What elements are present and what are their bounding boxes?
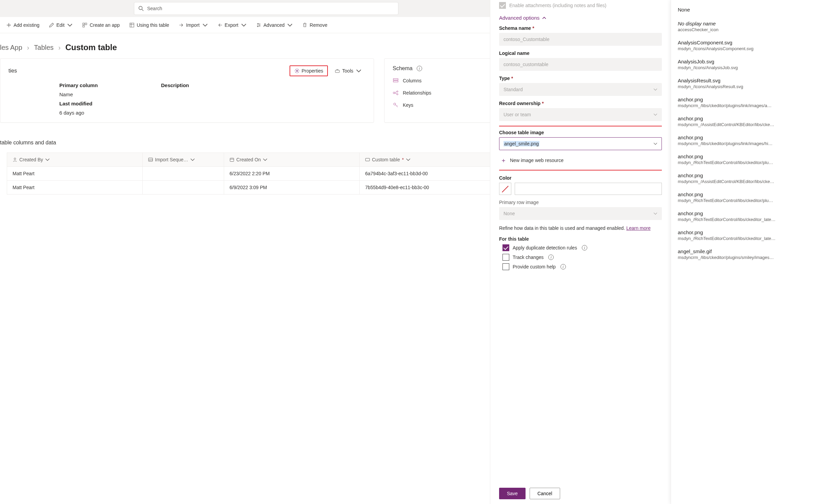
chevron-down-icon bbox=[67, 22, 73, 28]
import-icon bbox=[179, 22, 184, 28]
chevron-down-icon bbox=[653, 113, 657, 117]
image-option[interactable]: anchor.pngmsdyn_/RichTextEditorControl/l… bbox=[671, 149, 829, 168]
cmd-edit-label: Edit bbox=[56, 22, 64, 28]
image-option-title: anchor.png bbox=[678, 116, 822, 121]
schema-relationships-label: Relationships bbox=[403, 90, 431, 96]
last-modified-value: 6 days ago bbox=[59, 110, 161, 116]
svg-rect-21 bbox=[366, 158, 370, 161]
image-option[interactable]: AnalysisComponent.svgmsdyn_/Icons/Analys… bbox=[671, 36, 829, 55]
image-option[interactable]: anchor.pngmsdyncrm_/libs/ckeditor/plugin… bbox=[671, 93, 829, 112]
col-created-by[interactable]: Created By bbox=[7, 153, 143, 167]
image-option-path: msdyncrm_/AssistEditControl/KBEditor/lib… bbox=[678, 122, 822, 127]
col-import-seq[interactable]: 123 Import Seque… bbox=[143, 153, 224, 167]
chevron-down-icon bbox=[45, 157, 50, 162]
chevron-down-icon bbox=[653, 87, 657, 92]
new-image-resource-button[interactable]: ＋ New image web resource bbox=[499, 153, 662, 168]
chevron-up-icon bbox=[542, 16, 546, 20]
color-input[interactable] bbox=[515, 183, 662, 195]
search-icon bbox=[138, 6, 144, 11]
cmd-add-existing-label: Add existing bbox=[14, 22, 39, 28]
image-option[interactable]: anchor.pngmsdyncrm_/AssistEditControl/KB… bbox=[671, 168, 829, 187]
image-option[interactable]: anchor.pngmsdyn_/RichTextEditorControl/l… bbox=[671, 187, 829, 195]
keys-icon bbox=[393, 102, 399, 108]
image-option[interactable]: AnalysisResult.svgmsdyn_/Icons/AnalysisR… bbox=[671, 74, 829, 93]
choose-image-value: angel_smile.png bbox=[504, 141, 539, 146]
cmd-import[interactable]: Import bbox=[175, 20, 211, 31]
image-option[interactable]: AnalysisJob.svgmsdyn_/Icons/AnalysisJob.… bbox=[671, 55, 829, 74]
col-created-by-label: Created By bbox=[19, 157, 43, 162]
svg-point-17 bbox=[14, 158, 16, 160]
enable-attachments-checkbox bbox=[499, 2, 506, 9]
global-search[interactable]: Search bbox=[134, 2, 398, 15]
cmd-remove[interactable]: Remove bbox=[299, 20, 331, 31]
svg-rect-4 bbox=[83, 25, 84, 27]
schema-columns-label: Columns bbox=[403, 78, 421, 83]
details-card-title: ties bbox=[8, 68, 17, 74]
svg-rect-5 bbox=[130, 23, 134, 27]
image-option-path: msdyncrm_/libs/ckeditor/plugins/link/ima… bbox=[678, 141, 822, 146]
logical-name-value: contoso_customtable bbox=[504, 62, 548, 67]
cmd-using-table-label: Using this table bbox=[137, 22, 169, 28]
tools-button[interactable]: Tools bbox=[331, 66, 366, 76]
image-option-title: anchor.png bbox=[678, 173, 822, 178]
svg-point-6 bbox=[258, 23, 259, 24]
image-option[interactable]: anchor.pngmsdyncrm_/AssistEditControl/KB… bbox=[671, 112, 829, 130]
image-option-title: None bbox=[678, 7, 822, 13]
record-ownership-value: User or team bbox=[504, 112, 531, 117]
image-option-path: msdyn_/Icons/AnalysisResult.svg bbox=[678, 84, 822, 89]
svg-point-14 bbox=[397, 91, 398, 92]
cmd-export[interactable]: Export bbox=[214, 20, 250, 31]
image-option-path: accessChecker_icon bbox=[678, 27, 822, 32]
search-placeholder: Search bbox=[147, 6, 162, 11]
cmd-create-app[interactable]: Create an app bbox=[79, 20, 123, 31]
svg-point-0 bbox=[139, 6, 142, 10]
image-option-path: msdyn_/Icons/AnalysisComponent.svg bbox=[678, 46, 822, 51]
schema-keys-label: Keys bbox=[403, 102, 413, 108]
svg-point-8 bbox=[257, 26, 258, 27]
svg-rect-2 bbox=[83, 23, 84, 25]
trash-icon bbox=[302, 22, 308, 28]
image-option[interactable]: anchor.pngmsdyncrm_/libs/ckeditor/plugin… bbox=[671, 130, 829, 149]
cmd-import-label: Import bbox=[186, 22, 200, 28]
image-option-path: msdyncrm_/libs/ckeditor/plugins/link/ima… bbox=[678, 103, 822, 108]
col-created-on[interactable]: Created On bbox=[224, 153, 360, 167]
image-option[interactable]: None bbox=[671, 3, 829, 17]
cmd-advanced[interactable]: Advanced bbox=[253, 20, 296, 31]
export-icon bbox=[217, 22, 223, 28]
image-options-list[interactable]: NoneNo display nameaccessChecker_iconAna… bbox=[671, 0, 829, 195]
image-option[interactable]: No display nameaccessChecker_icon bbox=[671, 17, 829, 36]
crumb-app[interactable]: les App bbox=[0, 44, 22, 52]
chevron-down-icon bbox=[287, 22, 293, 28]
image-option-path: msdyn_/RichTextEditorControl/libs/ckedit… bbox=[678, 160, 822, 165]
cmd-edit[interactable]: Edit bbox=[45, 20, 76, 31]
info-icon[interactable] bbox=[417, 66, 422, 71]
cmd-advanced-label: Advanced bbox=[263, 22, 284, 28]
choose-image-select[interactable]: angel_smile.png bbox=[499, 137, 662, 150]
chevron-down-icon bbox=[190, 157, 195, 162]
cmd-create-app-label: Create an app bbox=[90, 22, 120, 28]
pencil-icon bbox=[49, 22, 54, 28]
advanced-options-toggle[interactable]: Advanced options bbox=[499, 15, 662, 21]
color-swatch[interactable] bbox=[499, 183, 511, 195]
breadcrumb-sep: › bbox=[58, 44, 61, 52]
app-icon bbox=[82, 22, 87, 28]
schema-name-input: contoso_Customtable bbox=[499, 33, 662, 46]
cmd-remove-label: Remove bbox=[310, 22, 327, 28]
toolbox-icon bbox=[335, 68, 340, 74]
plus-icon bbox=[6, 22, 12, 28]
image-option-title: No display name bbox=[678, 21, 822, 26]
primary-column-label: Primary column bbox=[59, 82, 161, 88]
properties-button[interactable]: Properties bbox=[290, 65, 328, 76]
cmd-add-existing[interactable]: Add existing bbox=[3, 20, 43, 31]
col-import-seq-label: Import Seque… bbox=[155, 157, 188, 162]
cmd-using-table[interactable]: Using this table bbox=[126, 20, 173, 31]
image-option-title: AnalysisResult.svg bbox=[678, 78, 822, 83]
crumb-tables[interactable]: Tables bbox=[34, 44, 54, 52]
svg-text:123: 123 bbox=[149, 159, 153, 161]
description-label: Description bbox=[161, 82, 366, 88]
svg-rect-10 bbox=[335, 70, 339, 73]
svg-point-7 bbox=[259, 24, 260, 25]
svg-rect-3 bbox=[85, 23, 87, 25]
col-custom-table-label: Custom table bbox=[372, 157, 400, 162]
tools-button-label: Tools bbox=[342, 68, 353, 74]
